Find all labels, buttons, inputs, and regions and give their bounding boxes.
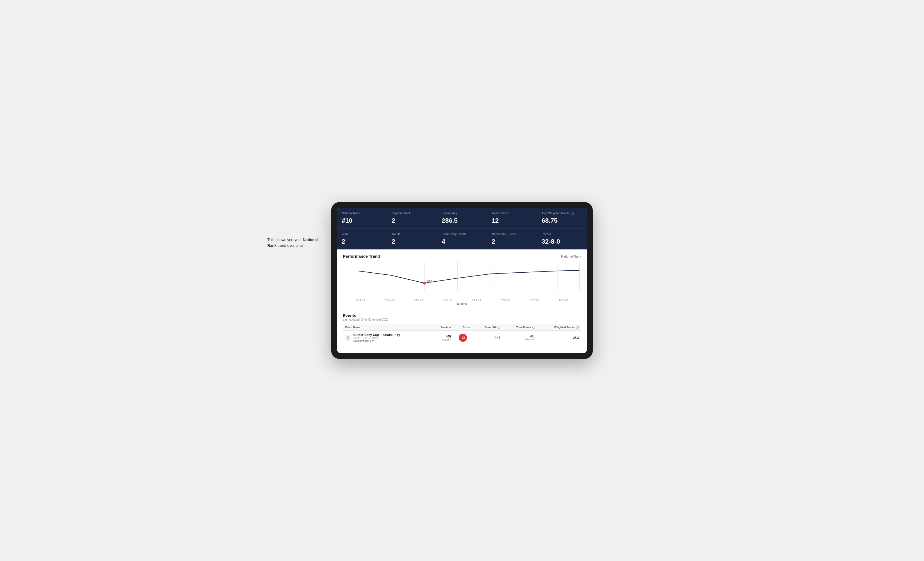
events-header: Events Last updated: 24th November 2023 [343,313,581,321]
stat-wins: Wins 2 [337,229,387,250]
events-table-header: Event Name Position Score Event SG i Tot… [343,324,581,331]
col-event-name: Event Name [343,324,431,331]
x-label-jan24: JAN 24 [433,298,462,301]
x-label-feb24: FEB 24 [462,298,491,301]
chart-svg: #10 [343,262,581,297]
chart-title: Performance Trend [343,254,380,259]
stat-match-play-events: Match Play Events 2 [487,229,537,250]
chart-subtitle: National Rank [561,255,581,258]
event-weighted-points-cell: 28.3 [537,331,581,345]
col-position: Position [431,324,453,331]
stats-row-2: Wins 2 Top 3s 2 Stroke Play Events 4 Mat… [337,229,587,250]
events-table-body: 🏌 Buster Cozy Cup – Stroke Play Oct 9 – … [343,331,581,345]
table-row: 🏌 Buster Cozy Cup – Stroke Play Oct 9 – … [343,331,581,345]
annotation-text: This shows you your National Rank trend … [267,237,326,248]
event-rank-impact: Rank Impact: 3 ▼ [353,340,400,343]
events-section: Events Last updated: 24th November 2023 … [337,309,587,349]
chart-marker-dot [423,282,426,284]
outer-wrapper: This shows you your National Rank trend … [331,202,593,359]
col-event-sg: Event SG i [472,324,502,331]
events-last-updated: Last updated: 24th November 2023 [343,318,581,321]
stats-row-1: National Rank #10 Regional Rank 2 Scorin… [337,208,587,229]
x-label-may24: MAY 24 [549,298,578,301]
x-label-dec23: DEC 23 [404,298,433,301]
info-icon-weighted-points: i [576,326,579,329]
info-icon-total-points: i [532,326,535,329]
event-score-cell: -22 [453,331,472,345]
event-name: Buster Cozy Cup – Stroke Play [353,333,400,337]
chart-section: Performance Trend National Rank [337,250,587,309]
event-position-cell: 6th out of 7 [431,331,453,345]
events-table: Event Name Position Score Event SG i Tot… [343,324,581,345]
chart-area: #10 [343,262,581,297]
col-score: Score [453,324,472,331]
chart-x-labels: OCT 23 NOV 23 DEC 23 JAN 24 FEB 24 MAR 2… [343,298,581,301]
stat-top3s: Top 3s 2 [387,229,437,250]
stat-national-rank: National Rank #10 [337,208,387,229]
stat-regional-rank: Regional Rank 2 [387,208,437,229]
col-total-points: Total Points i [502,324,538,331]
position-value: 6th [434,334,451,338]
event-golf-icon: 🏌 [345,335,351,341]
stat-stroke-play-events: Stroke Play Events 4 [437,229,487,250]
chart-marker-label: #10 [427,280,432,283]
col-weighted-points: Weighted Points i [537,324,581,331]
stat-record: Record 32-8-0 [537,229,587,250]
event-total-points-cell: 28.3 3 Rounds [502,331,538,345]
x-label-apr24: APR 24 [520,298,549,301]
x-label-oct23: OCT 23 [346,298,375,301]
chart-header: Performance Trend National Rank [343,254,581,259]
score-badge: -22 [459,334,467,342]
tablet-screen: National Rank #10 Regional Rank 2 Scorin… [337,208,587,353]
event-sg-cell: 0.45 [472,331,502,345]
rank-impact-arrow: ▼ [372,340,374,343]
event-date: Oct 9 – Oct 10, 2023 [353,337,400,340]
event-name-cell: 🏌 Buster Cozy Cup – Stroke Play Oct 9 – … [343,331,431,345]
stat-scoring-avg: Scoring Avg. 286.5 [437,208,487,229]
x-label-nov23: NOV 23 [375,298,404,301]
x-label-mar24: MAR 24 [491,298,520,301]
event-name-wrapper: 🏌 Buster Cozy Cup – Stroke Play Oct 9 – … [345,333,429,343]
tablet-device: National Rank #10 Regional Rank 2 Scorin… [331,202,593,359]
position-sub: out of 7 [434,338,451,341]
events-title: Events [343,313,581,318]
stat-total-rounds: Total Rounds 12 [487,208,537,229]
info-icon-avg-weighted: i [571,212,574,215]
chart-x-axis-label: Months [343,302,581,305]
stat-avg-weighted-points: Avg. Weighted Points i 68.75 [537,208,587,229]
info-icon-event-sg: i [498,326,500,329]
event-details: Buster Cozy Cup – Stroke Play Oct 9 – Oc… [353,333,400,343]
